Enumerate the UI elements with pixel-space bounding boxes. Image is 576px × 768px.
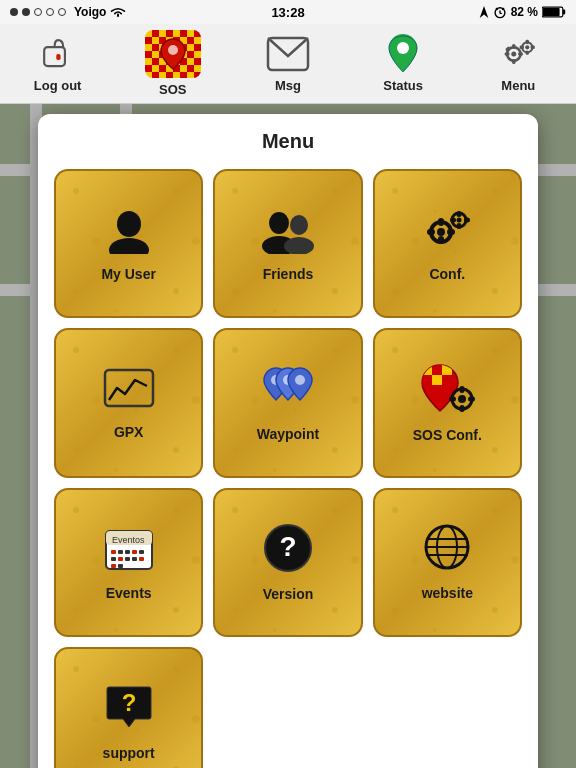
svg-rect-7 — [563, 10, 565, 15]
menu-item-version-label: Version — [263, 586, 314, 602]
status-time: 13:28 — [271, 5, 304, 20]
svg-rect-72 — [125, 557, 130, 561]
svg-point-28 — [117, 211, 141, 237]
menu-item-waypoint[interactable]: Waypoint — [213, 328, 362, 477]
nav-status-button[interactable]: Status — [353, 28, 453, 100]
svg-rect-18 — [512, 59, 515, 64]
nav-menu-button[interactable]: Menu — [468, 28, 568, 100]
menu-item-friends-label: Friends — [263, 266, 314, 282]
empty-slot-2 — [373, 647, 522, 768]
menu-item-version[interactable]: ? Version — [213, 488, 362, 637]
svg-rect-53 — [422, 375, 432, 385]
nav-menu-label: Menu — [501, 78, 535, 93]
svg-rect-52 — [442, 365, 452, 375]
signal-dot-4 — [46, 8, 54, 16]
location-pin-icon — [381, 34, 425, 74]
signal-dot-5 — [58, 8, 66, 16]
menu-item-my-user[interactable]: My User — [54, 169, 203, 318]
menu-item-support-label: support — [103, 745, 155, 761]
menu-item-conf-label: Conf. — [429, 266, 465, 282]
svg-rect-17 — [512, 44, 515, 49]
version-icon: ? — [262, 522, 314, 580]
svg-rect-27 — [531, 46, 535, 49]
svg-rect-65 — [111, 550, 116, 554]
sos-pin-icon — [159, 37, 187, 71]
svg-point-11 — [168, 45, 178, 55]
nav-sos-label: SOS — [159, 82, 186, 97]
gear-icon — [496, 34, 540, 74]
status-left: Yoigo — [10, 5, 126, 19]
menu-item-waypoint-label: Waypoint — [257, 426, 319, 442]
svg-rect-67 — [125, 550, 130, 554]
svg-rect-59 — [460, 405, 465, 412]
svg-point-29 — [109, 238, 149, 254]
svg-rect-36 — [438, 218, 444, 226]
svg-rect-8 — [543, 8, 560, 16]
svg-point-23 — [525, 45, 529, 49]
svg-point-57 — [458, 395, 466, 403]
carrier-label: Yoigo — [74, 5, 106, 19]
svg-rect-43 — [457, 223, 462, 229]
menu-item-events[interactable]: Eventos — [54, 488, 203, 637]
nav-sos-button[interactable]: SOS — [123, 28, 223, 100]
menu-item-sos-conf[interactable]: SOS Conf. — [373, 328, 522, 477]
svg-point-32 — [290, 215, 308, 235]
nav-logout-label: Log out — [34, 78, 82, 93]
svg-rect-68 — [132, 550, 137, 554]
svg-rect-74 — [139, 557, 144, 561]
menu-item-sos-conf-label: SOS Conf. — [413, 427, 482, 443]
menu-item-website[interactable]: website — [373, 488, 522, 637]
my-user-icon — [103, 206, 155, 260]
signal-dot-3 — [34, 8, 42, 16]
svg-text:Eventos: Eventos — [112, 535, 145, 545]
status-bar: Yoigo 13:28 82 % — [0, 0, 576, 24]
svg-point-49 — [295, 375, 305, 385]
svg-rect-58 — [460, 386, 465, 393]
svg-point-41 — [457, 217, 462, 222]
menu-item-gpx[interactable]: GPX — [54, 328, 203, 477]
nav-msg-button[interactable]: Msg — [238, 28, 338, 100]
signal-dot-1 — [10, 8, 18, 16]
svg-rect-60 — [449, 396, 456, 401]
wifi-icon — [110, 6, 126, 18]
menu-item-events-label: Events — [106, 585, 152, 601]
svg-text:?: ? — [279, 531, 296, 562]
svg-rect-69 — [139, 550, 144, 554]
waypoint-icon — [258, 364, 318, 420]
menu-dialog-title: Menu — [54, 130, 522, 153]
menu-item-support[interactable]: ? support — [54, 647, 203, 768]
menu-item-website-label: website — [422, 585, 473, 601]
svg-point-35 — [437, 228, 445, 236]
svg-rect-73 — [132, 557, 137, 561]
nav-logout-button[interactable]: Log out — [8, 28, 108, 100]
logout-icon — [36, 34, 80, 74]
svg-marker-0 — [479, 6, 488, 18]
svg-rect-20 — [518, 52, 523, 55]
svg-point-16 — [512, 51, 517, 56]
events-icon: Eventos — [102, 523, 156, 579]
menu-dialog: Menu My User — [38, 114, 538, 768]
svg-rect-21 — [505, 46, 511, 52]
support-icon: ? — [103, 683, 155, 739]
svg-rect-66 — [118, 550, 123, 554]
empty-slot-1 — [213, 647, 362, 768]
svg-rect-45 — [464, 217, 470, 222]
svg-rect-39 — [447, 229, 455, 235]
svg-rect-25 — [526, 51, 529, 55]
battery-label: 82 % — [511, 5, 538, 19]
menu-item-conf[interactable]: Conf. — [373, 169, 522, 318]
nav-status-label: Status — [383, 78, 423, 93]
svg-rect-51 — [432, 365, 442, 375]
svg-rect-24 — [526, 40, 529, 44]
svg-rect-44 — [450, 217, 456, 222]
location-arrow-icon — [479, 6, 489, 18]
envelope-icon — [266, 34, 310, 74]
nav-msg-label: Msg — [275, 78, 301, 93]
svg-rect-26 — [520, 46, 524, 49]
svg-point-30 — [269, 212, 289, 234]
menu-grid-bottom: ? support — [54, 647, 522, 768]
svg-rect-54 — [432, 375, 442, 385]
conf-icon — [421, 206, 473, 260]
menu-item-friends[interactable]: Friends — [213, 169, 362, 318]
menu-grid: My User Friends — [54, 169, 522, 637]
